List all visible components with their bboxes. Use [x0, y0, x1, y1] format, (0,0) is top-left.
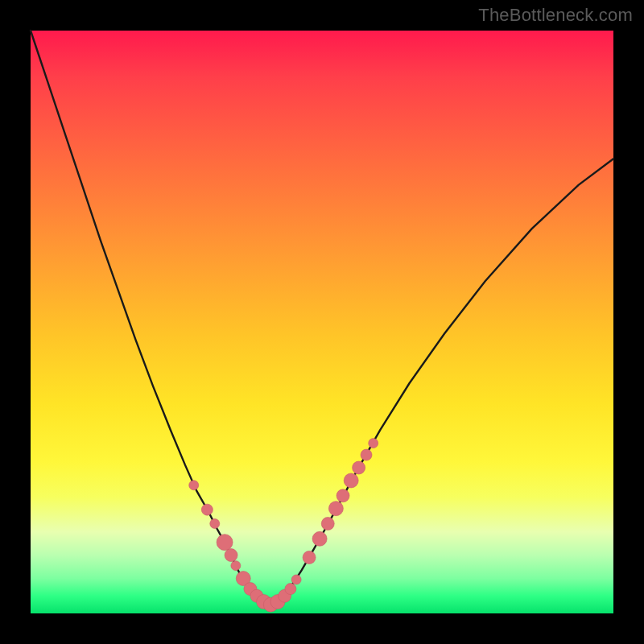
- curve-marker: [353, 461, 365, 474]
- curve-marker: [217, 535, 233, 551]
- curve-marker: [303, 551, 316, 564]
- curve-marker: [210, 519, 220, 529]
- chart-frame: TheBottleneck.com: [0, 0, 644, 644]
- curve-marker: [361, 449, 372, 460]
- curve-marker: [344, 473, 358, 488]
- watermark-text: TheBottleneck.com: [478, 5, 633, 26]
- bottleneck-curve-svg: [31, 31, 613, 613]
- curve-marker: [312, 531, 327, 546]
- curve-marker: [189, 481, 199, 490]
- curve-marker: [336, 489, 349, 502]
- curve-marker: [291, 575, 301, 584]
- curve-marker: [285, 584, 296, 595]
- curve-markers: [189, 439, 378, 613]
- curve-marker: [369, 439, 378, 448]
- curve-left-branch: [31, 31, 270, 605]
- curve-marker: [225, 549, 237, 562]
- curve-marker: [321, 518, 334, 530]
- plot-area: [31, 31, 613, 613]
- curve-marker: [231, 561, 241, 571]
- curve-marker: [328, 502, 343, 516]
- curve-marker: [201, 504, 213, 515]
